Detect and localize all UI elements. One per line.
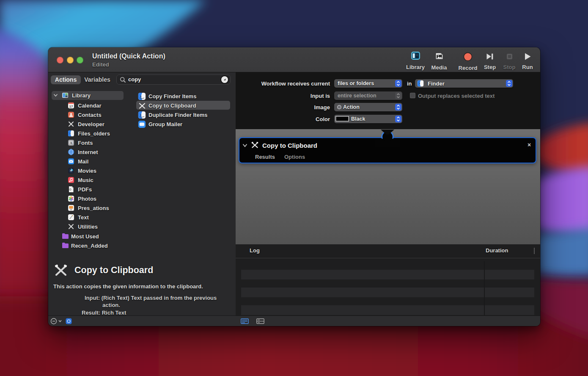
svg-text:17: 17 bbox=[69, 105, 73, 108]
svg-text:A: A bbox=[70, 141, 73, 145]
